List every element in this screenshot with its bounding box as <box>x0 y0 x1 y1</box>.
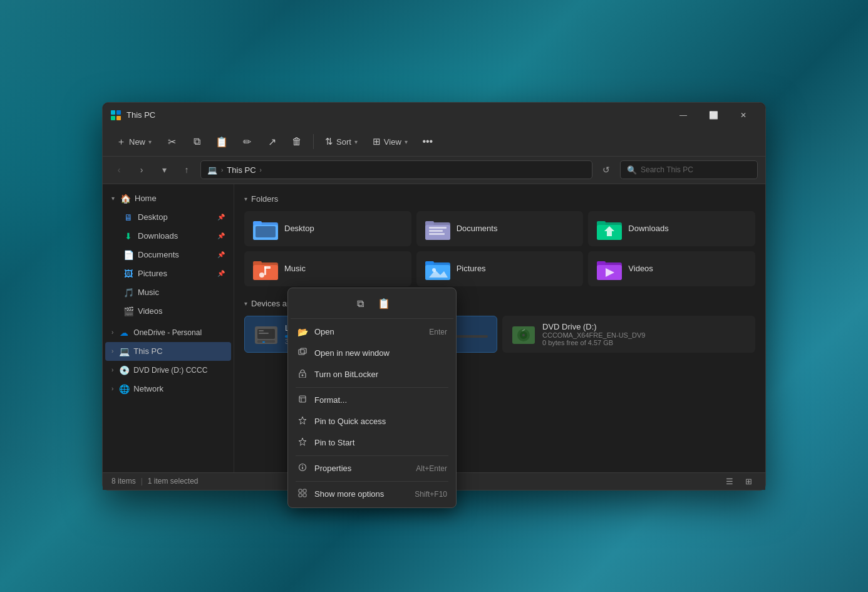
view-chevron-icon: ▾ <box>405 138 408 145</box>
videos-folder-icon <box>597 257 622 280</box>
folder-videos[interactable]: Videos <box>588 251 755 286</box>
music-folder-icon <box>253 257 278 280</box>
svg-rect-12 <box>429 230 443 232</box>
file-explorer-window: This PC — ⬜ ✕ ＋ New ▾ ✂ ⧉ 📋 ✏ ↗ 🗑 ⇅ Sort… <box>102 102 766 491</box>
desktop-icon: 🖥 <box>123 212 134 222</box>
rename-button[interactable]: ✏ <box>235 132 258 152</box>
svg-rect-36 <box>262 341 265 343</box>
downloads-icon: ⬇ <box>123 231 134 241</box>
folder-music[interactable]: Music <box>244 251 411 286</box>
sidebar-item-thispc[interactable]: › 💻 This PC <box>105 342 231 361</box>
ctx-bitlocker-icon <box>297 369 308 380</box>
sidebar-item-home[interactable]: ▾ 🏠 Home <box>105 189 231 208</box>
copy-button[interactable]: ⧉ <box>185 132 208 152</box>
minimize-button[interactable]: — <box>669 105 698 125</box>
sort-chevron-icon: ▾ <box>354 138 358 145</box>
maximize-button[interactable]: ⬜ <box>699 105 728 125</box>
svg-rect-26 <box>425 261 434 265</box>
address-path[interactable]: 💻 › This PC › <box>200 160 592 179</box>
list-view-button[interactable]: ☰ <box>721 474 738 488</box>
downloads-folder-icon <box>597 217 622 240</box>
address-bar: ‹ › ▾ ↑ 💻 › This PC › ↺ 🔍 Search This PC <box>103 157 765 184</box>
sidebar-item-pictures[interactable]: 🖼 Pictures 📌 <box>105 264 231 283</box>
sidebar-item-music[interactable]: 🎵 Music <box>105 283 231 302</box>
ctx-copy-button[interactable]: ⧉ <box>349 294 371 313</box>
back-button[interactable]: ‹ <box>110 161 128 179</box>
paste-button[interactable]: 📋 <box>210 132 233 152</box>
ctx-open-new-window[interactable]: Open in new window <box>291 343 453 364</box>
title-bar: This PC — ⬜ ✕ <box>103 103 765 128</box>
ctx-show-more[interactable]: Show more options Shift+F10 <box>291 484 453 505</box>
sidebar-item-dvddrive[interactable]: › 💿 DVD Drive (D:) CCCC <box>105 361 231 380</box>
cut-button[interactable]: ✂ <box>160 132 183 152</box>
sidebar-desktop-label: Desktop <box>138 212 168 222</box>
delete-button[interactable]: 🗑 <box>286 132 308 152</box>
sidebar-item-onedrive[interactable]: › ☁ OneDrive - Personal <box>105 323 231 342</box>
sidebar-item-desktop[interactable]: 🖥 Desktop 📌 <box>105 208 231 227</box>
sidebar-item-documents[interactable]: 📄 Documents 📌 <box>105 246 231 264</box>
desktop-folder-icon <box>253 217 278 240</box>
sort-button[interactable]: ⇅ Sort ▾ <box>319 133 364 150</box>
folder-music-name: Music <box>284 264 306 273</box>
ctx-pin-start-icon <box>297 437 308 448</box>
svg-rect-54 <box>299 489 302 492</box>
dvd-chevron-icon: › <box>111 366 113 373</box>
search-icon: 🔍 <box>627 165 637 175</box>
home-chevron-icon: ▾ <box>111 195 115 202</box>
selected-count: 1 item selected <box>148 477 199 486</box>
close-button[interactable]: ✕ <box>729 105 758 125</box>
folder-documents[interactable]: Documents <box>416 211 584 246</box>
local-disk-icon <box>254 323 279 345</box>
more-button[interactable]: ••• <box>416 132 439 152</box>
path-text: This PC <box>227 165 256 175</box>
more-icon: ••• <box>422 136 433 147</box>
ctx-pin-start[interactable]: Pin to Start <box>291 432 453 454</box>
sidebar-documents-label: Documents <box>138 250 179 259</box>
ctx-bitlocker[interactable]: Turn on BitLocker <box>291 364 453 385</box>
network-icon: 🌐 <box>118 384 130 394</box>
svg-rect-7 <box>256 226 276 237</box>
grid-view-button[interactable]: ⊞ <box>740 474 757 488</box>
ctx-properties-label: Properties <box>314 464 410 473</box>
svg-point-21 <box>259 273 264 278</box>
folder-desktop[interactable]: Desktop <box>244 211 411 246</box>
folder-pictures[interactable]: Pictures <box>416 251 584 286</box>
sidebar-item-videos[interactable]: 🎬 Videos <box>105 302 231 321</box>
sidebar-item-network[interactable]: › 🌐 Network <box>105 380 231 398</box>
ctx-paste-button[interactable]: 📋 <box>373 294 395 313</box>
ctx-new-window-label: Open in new window <box>314 348 441 358</box>
drive-d-sub2: 0 bytes free of 4.57 GB <box>542 339 747 346</box>
sidebar-thispc-label: This PC <box>133 346 162 356</box>
ctx-format-icon <box>297 395 308 405</box>
svg-rect-38 <box>259 333 269 334</box>
refresh-button[interactable]: ↺ <box>597 161 615 179</box>
pictures-pin-icon: 📌 <box>217 270 225 277</box>
drive-d-name: DVD Drive (D:) <box>542 322 747 331</box>
ctx-pin-start-label: Pin to Start <box>314 438 447 447</box>
thispc-chevron-icon: › <box>111 348 113 355</box>
drive-d[interactable]: DVD Drive (D:) CCCOMA_X64FRE_EN-US_DV9 0… <box>502 316 755 353</box>
search-box[interactable]: 🔍 Search This PC <box>620 160 758 179</box>
context-toolbar: ⧉ 📋 <box>291 291 453 319</box>
ctx-open[interactable]: 📂 Open Enter <box>291 321 453 343</box>
folder-pictures-name: Pictures <box>457 264 486 273</box>
ctx-format[interactable]: Format... <box>291 390 453 411</box>
forward-button[interactable]: › <box>133 161 150 179</box>
svg-rect-48 <box>299 396 306 402</box>
share-button[interactable]: ↗ <box>261 132 283 152</box>
ctx-pin-quick[interactable]: Pin to Quick access <box>291 411 453 432</box>
window-icon <box>110 110 121 121</box>
view-button[interactable]: ⊞ View ▾ <box>366 133 414 150</box>
svg-rect-44 <box>299 350 304 355</box>
ctx-properties[interactable]: Properties Alt+Enter <box>291 458 453 479</box>
folder-downloads[interactable]: Downloads <box>588 211 755 246</box>
sidebar-item-downloads[interactable]: ⬇ Downloads 📌 <box>105 227 231 246</box>
svg-rect-57 <box>303 494 306 497</box>
new-button[interactable]: ＋ New ▾ <box>110 133 158 151</box>
folders-chevron-icon: ▾ <box>244 195 247 202</box>
recent-button[interactable]: ▾ <box>155 161 173 179</box>
sort-label: Sort <box>336 137 351 147</box>
svg-rect-16 <box>597 221 606 225</box>
up-button[interactable]: ↑ <box>178 161 195 179</box>
folder-videos-name: Videos <box>628 264 653 273</box>
